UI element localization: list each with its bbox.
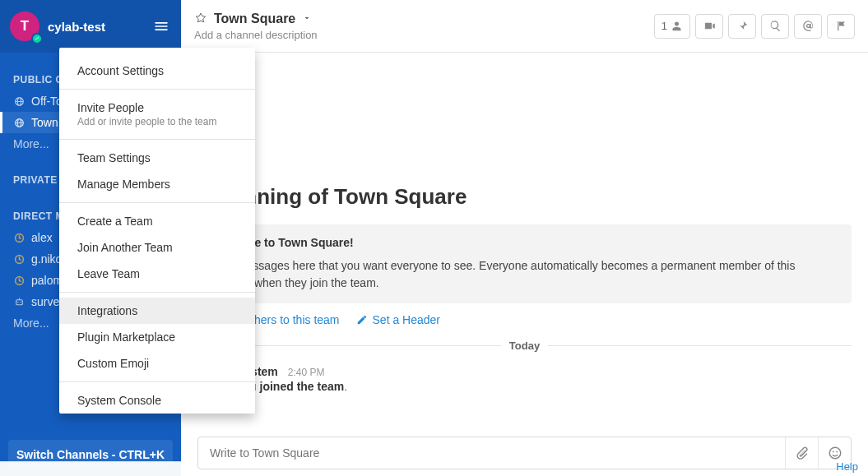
bot-icon	[13, 296, 25, 307]
post-time: 2:40 PM	[288, 367, 325, 378]
member-count: 1	[661, 20, 667, 32]
chevron-down-icon[interactable]	[302, 12, 312, 25]
channel-content: Beginning of Town Square Welcome to Town…	[181, 53, 868, 430]
channel-title: Town Square	[214, 12, 295, 26]
welcome-body: Post messages here that you want everyon…	[211, 257, 838, 292]
flagged-posts-button[interactable]	[827, 14, 855, 39]
menu-join-team[interactable]: Join Another Team	[59, 234, 255, 261]
header-actions: 1	[654, 14, 855, 39]
menu-invite-label: Invite People	[77, 101, 237, 114]
welcome-title: Welcome to Town Square!	[211, 236, 838, 249]
channel-title-row[interactable]: Town Square	[194, 12, 318, 27]
menu-team-settings[interactable]: Team Settings	[59, 145, 255, 171]
menu-create-team[interactable]: Create a Team	[59, 208, 255, 234]
system-post: System 2:40 PM You joined the team.	[197, 365, 852, 395]
globe-icon	[13, 117, 25, 128]
team-initial: T	[21, 18, 29, 35]
pin-icon	[736, 20, 749, 32]
menu-plugin-marketplace[interactable]: Plugin Marketplace	[59, 324, 255, 350]
status-away-icon	[13, 275, 25, 286]
menu-invite-subtitle: Add or invite people to the team	[77, 116, 237, 127]
paperclip-icon	[795, 446, 810, 460]
composer-area	[181, 430, 868, 476]
favorite-star-icon[interactable]	[194, 12, 207, 27]
composer	[197, 437, 852, 469]
sidebar: T cylab-test PUBLIC CHANNELS Off-Topic T…	[0, 0, 181, 476]
emoji-icon	[828, 446, 842, 460]
team-avatar: T	[10, 12, 39, 41]
main: Town Square Add a channel description 1 …	[181, 0, 868, 476]
set-header-label: Set a Header	[373, 313, 441, 326]
svg-rect-3	[16, 299, 22, 304]
help-link[interactable]: Help	[836, 460, 858, 473]
channel-intro: Beginning of Town Square Welcome to Town…	[197, 53, 852, 326]
flag-icon	[835, 20, 847, 32]
pinned-posts-button[interactable]	[728, 14, 756, 39]
date-label: Today	[509, 340, 540, 352]
dm-label: alex	[31, 231, 53, 244]
sidebar-header: T cylab-test	[0, 0, 181, 53]
intro-heading: Beginning of Town Square	[197, 184, 852, 210]
post-bold: joined the team	[260, 380, 345, 393]
menu-integrations[interactable]: Integrations	[59, 298, 255, 324]
svg-point-8	[836, 451, 838, 453]
status-check-icon	[31, 33, 43, 44]
menu-manage-members[interactable]: Manage Members	[59, 171, 255, 197]
video-call-button[interactable]	[695, 14, 723, 39]
channel-description[interactable]: Add a channel description	[194, 29, 318, 41]
svg-point-5	[20, 301, 21, 302]
svg-point-7	[832, 451, 833, 453]
video-icon	[703, 20, 716, 32]
svg-point-4	[17, 301, 18, 302]
menu-custom-emoji[interactable]: Custom Emoji	[59, 350, 255, 377]
search-button[interactable]	[761, 14, 789, 39]
bottom-overlay	[0, 461, 181, 476]
post-suffix: .	[344, 380, 347, 393]
status-away-icon	[13, 253, 25, 265]
mentions-button[interactable]	[794, 14, 822, 39]
message-input[interactable]	[198, 437, 785, 469]
person-icon	[671, 20, 683, 32]
globe-icon	[13, 95, 25, 107]
svg-point-6	[829, 447, 841, 459]
search-icon	[769, 20, 782, 32]
set-header-link[interactable]: Set a Header	[356, 313, 441, 326]
menu-account-settings[interactable]: Account Settings	[59, 58, 255, 84]
main-menu-dropdown: Account Settings Invite People Add or in…	[59, 48, 255, 414]
hamburger-icon	[153, 18, 169, 35]
pencil-icon	[356, 314, 368, 326]
channel-header: Town Square Add a channel description 1	[181, 0, 868, 53]
team-badge[interactable]: T cylab-test	[10, 12, 105, 41]
attach-button[interactable]	[785, 437, 818, 469]
menu-system-console[interactable]: System Console	[59, 387, 255, 414]
at-icon	[802, 20, 815, 32]
menu-invite-people[interactable]: Invite People Add or invite people to th…	[59, 95, 255, 134]
status-away-icon	[13, 232, 25, 243]
date-separator: Today	[197, 340, 852, 352]
team-name: cylab-test	[48, 20, 105, 34]
main-menu-button[interactable]	[151, 16, 171, 36]
member-count-button[interactable]: 1	[654, 14, 690, 39]
welcome-box: Welcome to Town Square! Post messages he…	[197, 224, 852, 303]
menu-leave-team[interactable]: Leave Team	[59, 261, 255, 287]
